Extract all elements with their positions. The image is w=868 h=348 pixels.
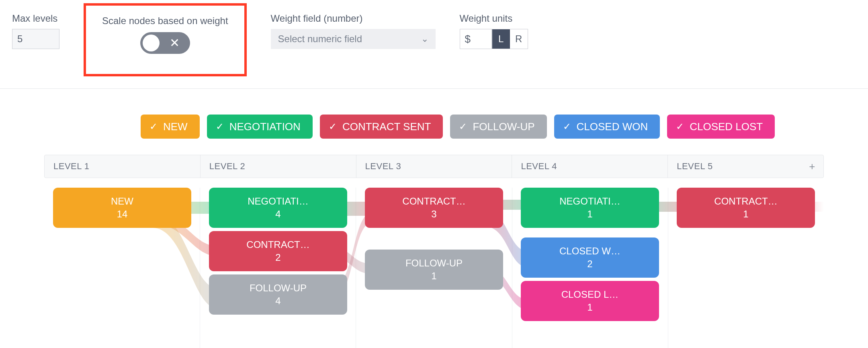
units-right-button[interactable]: R [510, 29, 528, 49]
add-level-button[interactable]: + [809, 160, 815, 173]
check-icon: ✓ [676, 122, 684, 131]
chevron-down-icon: ⌄ [421, 34, 428, 44]
level-header-label: LEVEL 4 [521, 161, 557, 172]
node-label: FOLLOW-UP [369, 258, 499, 269]
level-header: LEVEL 2 [201, 155, 356, 178]
sankey-node[interactable]: NEGOTIATI…4 [209, 188, 347, 228]
close-icon: ✕ [170, 37, 180, 49]
stage-pill-label: FOLLOW-UP [473, 121, 534, 133]
level-header: LEVEL 1 [45, 155, 201, 178]
stage-pill[interactable]: ✓NEGOTIATION [207, 115, 313, 139]
weight-field-select[interactable]: Select numeric field ⌄ [271, 29, 436, 49]
level-header-label: LEVEL 1 [53, 161, 90, 172]
weight-field-label: Weight field (number) [271, 13, 436, 24]
node-count: 2 [213, 252, 343, 263]
node-count: 2 [525, 258, 655, 270]
stage-pill[interactable]: ✓CLOSED WON [554, 115, 660, 139]
scale-toggle-label: Scale nodes based on weight [102, 15, 228, 27]
levels-header: LEVEL 1LEVEL 2LEVEL 3LEVEL 4LEVEL 5+ [44, 155, 824, 178]
stage-pill[interactable]: ✓CONTRACT SENT [320, 115, 443, 139]
node-label: CONTRACT… [681, 196, 811, 207]
max-levels-input[interactable] [12, 29, 59, 49]
stage-pill-label: NEW [163, 121, 188, 133]
scale-toggle[interactable]: ✕ [140, 32, 190, 54]
sankey-wrap: LEVEL 1LEVEL 2LEVEL 3LEVEL 4LEVEL 5+ [0, 155, 868, 348]
node-label: NEW [57, 196, 187, 207]
node-count: 14 [57, 209, 187, 220]
node-count: 1 [525, 209, 655, 220]
stage-pill-label: CLOSED WON [577, 121, 648, 133]
node-label: NEGOTIATI… [213, 196, 343, 207]
check-icon: ✓ [329, 122, 337, 131]
node-count: 1 [525, 302, 655, 313]
node-label: NEGOTIATI… [525, 196, 655, 207]
node-label: CONTRACT… [369, 196, 499, 207]
node-count: 4 [213, 209, 343, 220]
sankey-node[interactable]: NEGOTIATI…1 [521, 188, 659, 228]
sankey-nodes: NEW14 NEGOTIATI…4CONTRACT…2FOLLOW-UP4 CO… [44, 188, 824, 348]
level-header-label: LEVEL 5 [677, 161, 713, 172]
node-label: CLOSED W… [525, 246, 655, 257]
sankey-node[interactable]: CLOSED L…1 [521, 281, 659, 321]
check-icon: ✓ [149, 122, 158, 131]
units-left-button[interactable]: L [492, 29, 510, 49]
node-count: 4 [213, 295, 343, 307]
node-count: 3 [369, 209, 499, 220]
weight-units-label: Weight units [460, 13, 528, 24]
sankey-area: NEW14 NEGOTIATI…4CONTRACT…2FOLLOW-UP4 CO… [44, 188, 824, 348]
level-header-label: LEVEL 2 [209, 161, 246, 172]
sankey-node[interactable]: FOLLOW-UP1 [365, 250, 503, 290]
sankey-node[interactable]: NEW14 [53, 188, 191, 228]
level-header: LEVEL 4 [512, 155, 668, 178]
level-header: LEVEL 3 [356, 155, 512, 178]
stage-filter-row: ✓NEW✓NEGOTIATION✓CONTRACT SENT✓FOLLOW-UP… [141, 89, 868, 155]
stage-pill-label: NEGOTIATION [229, 121, 301, 133]
sankey-node[interactable]: FOLLOW-UP4 [209, 274, 347, 315]
level-header-label: LEVEL 3 [365, 161, 401, 172]
max-levels-group: Max levels [12, 13, 59, 49]
stage-pill[interactable]: ✓FOLLOW-UP [450, 115, 547, 139]
weight-field-placeholder: Select numeric field [278, 33, 362, 45]
node-count: 1 [681, 209, 811, 220]
max-levels-label: Max levels [12, 13, 59, 24]
sankey-node[interactable]: CONTRACT…1 [677, 188, 815, 228]
node-label: CLOSED L… [525, 289, 655, 300]
stage-pill[interactable]: ✓NEW [141, 115, 200, 139]
node-label: FOLLOW-UP [213, 282, 343, 294]
weight-field-group: Weight field (number) Select numeric fie… [271, 13, 436, 49]
node-label: CONTRACT… [213, 239, 343, 250]
node-count: 1 [369, 270, 499, 282]
check-icon: ✓ [459, 122, 467, 131]
stage-pill-label: CLOSED LOST [690, 121, 763, 133]
scale-highlight-box: Scale nodes based on weight ✕ [84, 3, 247, 76]
sankey-node[interactable]: CONTRACT…2 [209, 231, 347, 271]
controls-bar: Max levels Scale nodes based on weight ✕… [0, 0, 868, 89]
sankey-node[interactable]: CLOSED W…2 [521, 237, 659, 278]
toggle-knob [143, 35, 160, 51]
stage-pill[interactable]: ✓CLOSED LOST [667, 115, 775, 139]
weight-units-input[interactable] [460, 29, 492, 49]
sankey-node[interactable]: CONTRACT…3 [365, 188, 503, 228]
weight-units-group: Weight units L R [460, 13, 528, 49]
stage-pill-label: CONTRACT SENT [342, 121, 431, 133]
units-side-group: L R [492, 29, 528, 49]
check-icon: ✓ [216, 122, 224, 131]
level-header: LEVEL 5+ [668, 155, 823, 178]
check-icon: ✓ [563, 122, 571, 131]
